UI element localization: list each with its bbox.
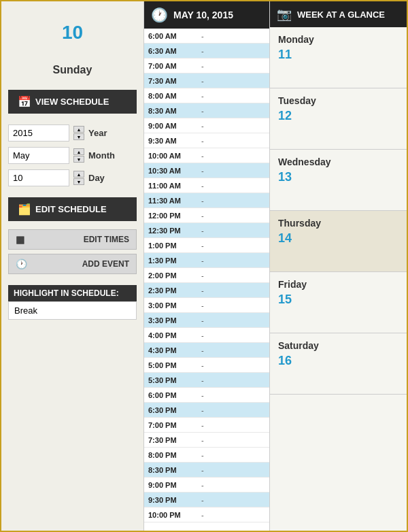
time-cell: 9:30 AM bbox=[144, 135, 199, 146]
event-cell: - bbox=[199, 255, 269, 266]
time-cell: 6:00 PM bbox=[144, 390, 199, 401]
time-row: 1:00 PM- bbox=[144, 238, 269, 253]
time-cell: 8:00 PM bbox=[144, 450, 199, 461]
day-name: Friday bbox=[278, 279, 401, 290]
month-input[interactable] bbox=[8, 147, 69, 164]
time-row: 5:30 PM- bbox=[144, 373, 269, 388]
week-number: 10 bbox=[62, 22, 83, 44]
time-cell: 12:00 PM bbox=[144, 210, 199, 221]
event-cell: - bbox=[199, 495, 269, 505]
time-cell: 1:00 PM bbox=[144, 240, 199, 251]
time-cell: 5:00 PM bbox=[144, 360, 199, 371]
day-number: 14 bbox=[278, 231, 401, 246]
time-row: 8:30 AM- bbox=[144, 103, 269, 118]
event-cell: - bbox=[199, 135, 269, 146]
day-up-button[interactable]: ▲ bbox=[73, 171, 84, 178]
current-day-label: Sunday bbox=[53, 64, 92, 76]
day-block: Monday11 bbox=[270, 27, 408, 88]
time-cell: 7:30 PM bbox=[144, 435, 199, 446]
year-down-button[interactable]: ▼ bbox=[73, 133, 84, 140]
time-row: 8:00 AM- bbox=[144, 88, 269, 103]
event-cell: - bbox=[199, 390, 269, 401]
year-field-row: ▲ ▼ Year bbox=[8, 124, 137, 142]
time-cell: 3:30 PM bbox=[144, 315, 199, 326]
event-cell: - bbox=[199, 450, 269, 461]
month-down-button[interactable]: ▼ bbox=[73, 156, 84, 163]
day-number: 15 bbox=[278, 293, 401, 307]
day-number: 13 bbox=[278, 170, 401, 184]
time-cell: 7:30 AM bbox=[144, 76, 199, 86]
week-glance-title: WEEK AT A GLANCE bbox=[297, 10, 385, 20]
time-cell: 6:00 AM bbox=[144, 31, 199, 41]
day-spinner: ▲ ▼ bbox=[73, 171, 84, 185]
time-cell: 8:00 AM bbox=[144, 90, 199, 101]
time-row: 6:30 PM- bbox=[144, 403, 269, 418]
time-cell: 7:00 PM bbox=[144, 420, 199, 431]
day-down-button[interactable]: ▼ bbox=[73, 178, 84, 185]
time-row: 9:30 AM- bbox=[144, 133, 269, 148]
time-cell: 3:00 PM bbox=[144, 300, 199, 311]
time-cell: 6:30 AM bbox=[144, 46, 199, 56]
event-cell: - bbox=[199, 90, 269, 101]
week-glance-header: 📷 WEEK AT A GLANCE bbox=[270, 1, 408, 27]
time-cell: 2:30 PM bbox=[144, 285, 199, 296]
schedule-header: 🕐 MAY 10, 2015 bbox=[144, 1, 269, 29]
time-cell: 4:30 PM bbox=[144, 345, 199, 356]
highlight-label: HIGHLIGHT IN SCHEDULE: bbox=[8, 285, 137, 301]
event-cell: - bbox=[199, 465, 269, 476]
day-name: Thursday bbox=[278, 218, 401, 229]
time-row: 3:00 PM- bbox=[144, 298, 269, 313]
day-field-row: ▲ ▼ Day bbox=[8, 169, 137, 186]
month-up-button[interactable]: ▲ bbox=[73, 148, 84, 155]
time-row: 4:30 PM- bbox=[144, 343, 269, 358]
event-cell: - bbox=[199, 285, 269, 296]
view-schedule-button[interactable]: 📅 VIEW SCHEDULE bbox=[8, 90, 137, 114]
event-cell: - bbox=[199, 435, 269, 446]
time-cell: 10:00 AM bbox=[144, 150, 199, 161]
day-input[interactable] bbox=[8, 169, 69, 186]
time-cell: 8:30 AM bbox=[144, 105, 199, 116]
clock-header-icon: 🕐 bbox=[151, 7, 168, 23]
day-number: 11 bbox=[278, 48, 401, 62]
day-block: Thursday14 bbox=[270, 211, 408, 272]
grid-icon: ▦ bbox=[16, 234, 24, 245]
edit-schedule-button[interactable]: 🗂️ EDIT SCHEDULE bbox=[8, 197, 137, 221]
year-label: Year bbox=[88, 128, 107, 138]
time-cell: 12:30 PM bbox=[144, 225, 199, 236]
time-row: 7:30 AM- bbox=[144, 73, 269, 88]
month-spinner: ▲ ▼ bbox=[73, 148, 84, 163]
day-name: Tuesday bbox=[278, 95, 401, 106]
month-field-row: ▲ ▼ Month bbox=[8, 147, 137, 164]
year-up-button[interactable]: ▲ bbox=[73, 126, 84, 133]
event-cell: - bbox=[199, 240, 269, 251]
highlight-section: HIGHLIGHT IN SCHEDULE: Break bbox=[8, 285, 137, 320]
time-cell: 11:00 AM bbox=[144, 180, 199, 191]
event-cell: - bbox=[199, 405, 269, 416]
time-row: 7:00 AM- bbox=[144, 59, 269, 73]
event-cell: - bbox=[199, 61, 269, 71]
time-row: 5:00 PM- bbox=[144, 358, 269, 373]
event-cell: - bbox=[199, 345, 269, 356]
time-cell: 7:00 AM bbox=[144, 61, 199, 71]
day-block: Wednesday13 bbox=[270, 150, 408, 211]
time-row: 12:00 PM- bbox=[144, 208, 269, 223]
time-cell: 4:00 PM bbox=[144, 330, 199, 341]
day-name: Wednesday bbox=[278, 156, 401, 167]
event-cell: - bbox=[199, 76, 269, 86]
time-row: 10:00 AM- bbox=[144, 148, 269, 163]
event-cell: - bbox=[199, 180, 269, 191]
clock-small-icon: 🕐 bbox=[16, 259, 27, 269]
event-cell: - bbox=[199, 195, 269, 206]
add-event-button[interactable]: 🕐 ADD EVENT bbox=[8, 254, 137, 274]
time-cell: 10:30 AM bbox=[144, 165, 199, 176]
edit-times-button[interactable]: ▦ EDIT TIMES bbox=[8, 229, 137, 250]
year-input[interactable] bbox=[8, 124, 69, 142]
time-row: 7:30 PM- bbox=[144, 433, 269, 448]
day-blocks-container: Monday11Tuesday12Wednesday13Thursday14Fr… bbox=[270, 27, 408, 395]
time-cell: 1:30 PM bbox=[144, 255, 199, 266]
time-row: 8:00 PM- bbox=[144, 448, 269, 463]
time-row: 6:30 AM- bbox=[144, 44, 269, 59]
event-cell: - bbox=[199, 150, 269, 161]
time-cell: 8:30 PM bbox=[144, 465, 199, 476]
day-name: Saturday bbox=[278, 340, 401, 351]
